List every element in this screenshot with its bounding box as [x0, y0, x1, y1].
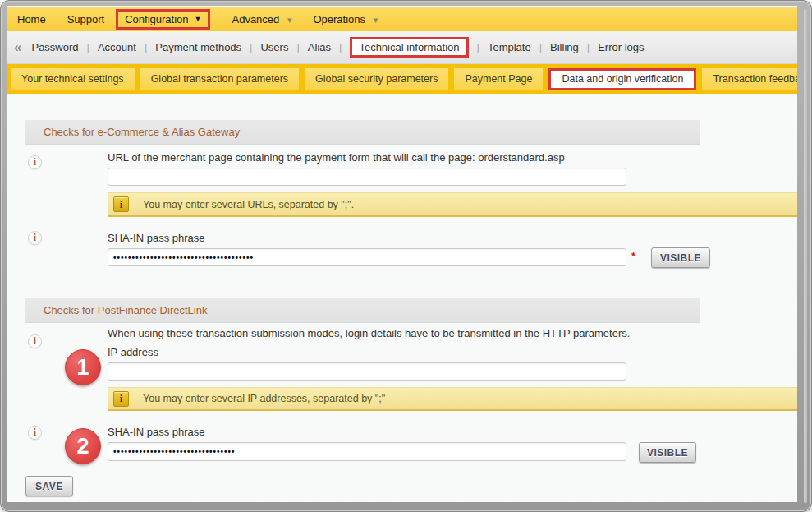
- subnav-item-billing[interactable]: Billing: [550, 41, 579, 53]
- url-field-label: URL of the merchant page containing the …: [108, 151, 565, 164]
- ip-address-input[interactable]: [108, 362, 626, 381]
- separator: |: [296, 41, 299, 53]
- save-button[interactable]: SAVE: [25, 476, 73, 496]
- required-asterisk: *: [631, 250, 635, 262]
- visible-button-ecommerce[interactable]: VISIBLE: [651, 247, 710, 268]
- info-glyph: i: [34, 232, 36, 244]
- subnav-item-template[interactable]: Template: [488, 41, 531, 53]
- app-window: Home Support Configuration ▼ Advanced ▾ …: [0, 0, 812, 512]
- menu-item-operations[interactable]: Operations ▾: [313, 13, 378, 25]
- url-info-note: i You may enter several URLs, separated …: [108, 192, 797, 217]
- sha-in-passphrase-input-ecommerce[interactable]: [108, 248, 626, 266]
- info-icon[interactable]: i: [28, 231, 42, 245]
- directlink-intro-text: When using these transaction submission …: [108, 327, 630, 339]
- subnav-item-account[interactable]: Account: [98, 41, 136, 53]
- separator: |: [539, 41, 542, 53]
- subnav-item-technical-information[interactable]: Technical information: [350, 37, 468, 58]
- separator: |: [145, 41, 147, 53]
- main-menu-bar: Home Support Configuration ▼ Advanced ▾ …: [7, 6, 797, 31]
- ip-info-note: i You may enter several IP addresses, se…: [108, 387, 797, 411]
- info-icon[interactable]: i: [28, 155, 42, 169]
- chevron-down-icon: ▾: [287, 15, 292, 25]
- visible-button-directlink[interactable]: VISIBLE: [639, 442, 696, 463]
- subnav-item-password[interactable]: Password: [31, 41, 78, 53]
- tab-global-security-parameters[interactable]: Global security parameters: [305, 68, 448, 90]
- separator: |: [250, 41, 252, 53]
- info-icon[interactable]: i: [28, 426, 42, 440]
- menu-item-advanced[interactable]: Advanced ▾: [232, 13, 291, 25]
- configuration-subnav: « Password | Account | Payment methods |…: [7, 31, 797, 64]
- menu-item-configuration-label: Configuration: [125, 13, 188, 25]
- menu-item-support[interactable]: Support: [67, 13, 105, 25]
- info-icon[interactable]: i: [28, 334, 42, 348]
- tab-your-technical-settings[interactable]: Your technical settings: [11, 68, 135, 90]
- menu-item-home[interactable]: Home: [17, 13, 46, 25]
- window-scrollbar[interactable]: [804, 9, 807, 503]
- separator: |: [587, 41, 590, 53]
- tab-global-transaction-parameters[interactable]: Global transaction parameters: [140, 68, 299, 90]
- menu-item-configuration[interactable]: Configuration ▼: [116, 9, 210, 30]
- tab-data-and-origin-verification[interactable]: Data and origin verification: [548, 68, 696, 90]
- menu-item-advanced-label: Advanced: [232, 13, 279, 25]
- section-title-ecommerce: Checks for e-Commerce & Alias Gateway: [25, 120, 700, 145]
- caret-down-icon: ▼: [195, 15, 202, 23]
- section-title-directlink: Checks for PostFinance DirectLink: [25, 298, 700, 323]
- info-glyph: i: [34, 335, 36, 348]
- note-info-icon: i: [113, 196, 129, 212]
- subnav-item-alias[interactable]: Alias: [308, 41, 331, 53]
- merchant-url-input[interactable]: [108, 168, 626, 186]
- ip-address-label: IP address: [108, 346, 158, 358]
- settings-form: Checks for e-Commerce & Alias Gateway i …: [7, 94, 797, 502]
- collapse-icon[interactable]: «: [14, 39, 20, 56]
- tab-payment-page[interactable]: Payment Page: [454, 68, 543, 90]
- note-info-icon: i: [113, 391, 129, 407]
- tab-transaction-feedback[interactable]: Transaction feedback: [702, 68, 797, 90]
- subnav-item-error-logs[interactable]: Error logs: [598, 41, 644, 53]
- separator: |: [339, 41, 342, 53]
- sha-in-passphrase-input-directlink[interactable]: [108, 442, 626, 461]
- separator: |: [477, 41, 479, 53]
- separator: |: [87, 41, 89, 53]
- menu-item-operations-label: Operations: [313, 13, 365, 25]
- ip-note-text: You may enter several IP addresses, sepa…: [143, 393, 385, 404]
- url-note-text: You may enter several URLs, separated by…: [143, 199, 354, 210]
- sha-in-label-directlink: SHA-IN pass phrase: [108, 426, 205, 438]
- subnav-item-users[interactable]: Users: [260, 41, 288, 53]
- page-body: Home Support Configuration ▼ Advanced ▾ …: [7, 6, 797, 502]
- sha-in-label-ecommerce: SHA-IN pass phrase: [108, 232, 205, 244]
- info-glyph: i: [34, 156, 36, 168]
- chevron-down-icon: ▾: [374, 15, 378, 25]
- step-2-badge: 2: [65, 428, 101, 464]
- info-glyph: i: [34, 427, 36, 439]
- subnav-item-payment-methods[interactable]: Payment methods: [155, 41, 241, 53]
- step-1-badge: 1: [65, 349, 101, 385]
- technical-info-tabbar: Your technical settings Global transacti…: [7, 64, 797, 94]
